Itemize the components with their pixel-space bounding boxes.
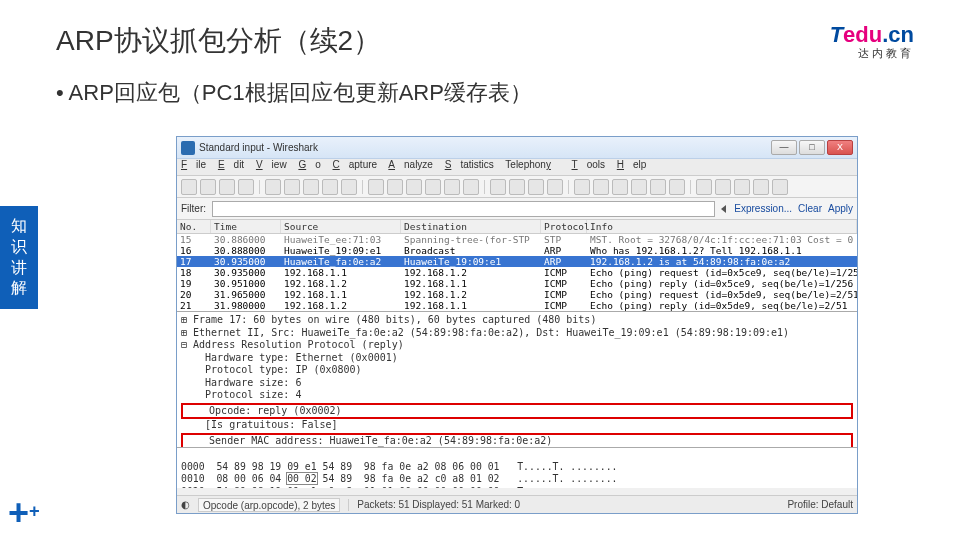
corner-decoration: ++ <box>8 492 40 534</box>
packet-list-header[interactable]: No.TimeSourceDestinationProtocolInfo <box>177 220 857 234</box>
toolbar-button[interactable] <box>463 179 479 195</box>
toolbar-button[interactable] <box>631 179 647 195</box>
toolbar-button[interactable] <box>341 179 357 195</box>
toolbar-button[interactable] <box>284 179 300 195</box>
slide-bullet: ARP回应包（PC1根据回应包更新ARP缓存表） <box>56 78 532 108</box>
toolbar-button[interactable] <box>772 179 788 195</box>
status-profile: Profile: Default <box>787 499 853 510</box>
menu-edit[interactable]: Edit <box>218 159 244 170</box>
detail-proto-type: Protocol type: IP (0x0800) <box>181 364 853 377</box>
toolbar-button[interactable] <box>406 179 422 195</box>
toolbar-button[interactable] <box>322 179 338 195</box>
menu-telephony[interactable]: Telephony <box>505 159 560 170</box>
menubar[interactable]: File Edit View Go Capture Analyze Statis… <box>177 159 857 176</box>
window-title: Standard input - Wireshark <box>199 142 771 153</box>
menu-go[interactable]: Go <box>298 159 320 170</box>
toolbar-button[interactable] <box>528 179 544 195</box>
hex-selected-bytes: 00 02 <box>287 473 317 484</box>
toolbar-button[interactable] <box>238 179 254 195</box>
wireshark-window: Standard input - Wireshark — □ X File Ed… <box>176 136 858 514</box>
toolbar-button[interactable] <box>219 179 235 195</box>
toolbar-button[interactable] <box>593 179 609 195</box>
toolbar-button[interactable] <box>181 179 197 195</box>
statusbar: ◐ Opcode (arp.opcode), 2 bytes Packets: … <box>177 495 857 513</box>
toolbar-button[interactable] <box>650 179 666 195</box>
packet-row[interactable]: 2031.965000192.168.1.1192.168.1.2ICMPEch… <box>177 289 857 300</box>
toolbar-button[interactable] <box>265 179 281 195</box>
packet-bytes-pane[interactable]: 0000 54 89 98 19 09 e1 54 89 98 fa 0e a2… <box>177 448 857 488</box>
toolbar-button[interactable] <box>368 179 384 195</box>
menu-analyze[interactable]: Analyze <box>388 159 433 170</box>
toolbar-button[interactable] <box>509 179 525 195</box>
toolbar-button[interactable] <box>753 179 769 195</box>
toolbar-button[interactable] <box>734 179 750 195</box>
maximize-button[interactable]: □ <box>799 140 825 155</box>
toolbar <box>177 176 857 198</box>
detail-ethernet[interactable]: ⊞ Ethernet II, Src: HuaweiTe_fa:0e:a2 (5… <box>181 327 853 340</box>
detail-arp-header[interactable]: ⊟ Address Resolution Protocol (reply) <box>181 339 853 352</box>
detail-frame[interactable]: ⊞ Frame 17: 60 bytes on wire (480 bits),… <box>181 314 853 327</box>
packet-row[interactable]: 1530.886000HuaweiTe_ee:71:03Spanning-tre… <box>177 234 857 245</box>
filter-input[interactable] <box>212 201 715 217</box>
titlebar[interactable]: Standard input - Wireshark — □ X <box>177 137 857 159</box>
toolbar-button[interactable] <box>444 179 460 195</box>
apply-link[interactable]: Apply <box>828 203 853 214</box>
toolbar-button[interactable] <box>612 179 628 195</box>
packet-row[interactable]: 1930.951000192.168.1.2192.168.1.1ICMPEch… <box>177 278 857 289</box>
toolbar-button[interactable] <box>425 179 441 195</box>
slide-title: ARP协议抓包分析（续2） <box>56 22 381 60</box>
menu-file[interactable]: File <box>181 159 206 170</box>
highlight-addresses-box: Sender MAC address: HuaweiTe_fa:0e:a2 (5… <box>181 433 853 449</box>
packet-row[interactable]: 1830.935000192.168.1.1192.168.1.2ICMPEch… <box>177 267 857 278</box>
toolbar-button[interactable] <box>715 179 731 195</box>
packet-list-pane[interactable]: No.TimeSourceDestinationProtocolInfo 153… <box>177 220 857 312</box>
detail-hwsize: Hardware size: 6 <box>181 377 853 390</box>
toolbar-button[interactable] <box>574 179 590 195</box>
menu-capture[interactable]: Capture <box>333 159 378 170</box>
toolbar-button[interactable] <box>547 179 563 195</box>
packet-details-pane[interactable]: ⊞ Frame 17: 60 bytes on wire (480 bits),… <box>177 312 857 448</box>
filter-bar: Filter: Expression... Clear Apply <box>177 198 857 220</box>
wireshark-icon <box>181 141 195 155</box>
toolbar-button[interactable] <box>200 179 216 195</box>
close-button[interactable]: X <box>827 140 853 155</box>
menu-tools[interactable]: Tools <box>572 159 605 170</box>
clear-link[interactable]: Clear <box>798 203 822 214</box>
status-bulb-icon: ◐ <box>181 499 190 510</box>
detail-gratuitous: [Is gratuitous: False] <box>181 419 853 432</box>
detail-sender-mac: Sender MAC address: HuaweiTe_fa:0e:a2 (5… <box>185 435 849 448</box>
packet-row[interactable]: 1730.935000HuaweiTe_fa:0e:a2HuaweiTe_19:… <box>177 256 857 267</box>
toolbar-button[interactable] <box>669 179 685 195</box>
status-packets: Packets: 51 Displayed: 51 Marked: 0 <box>357 499 520 510</box>
menu-statistics[interactable]: Statistics <box>445 159 494 170</box>
expression-link[interactable]: Expression... <box>734 203 792 214</box>
menu-view[interactable]: View <box>256 159 287 170</box>
detail-opcode[interactable]: Opcode: reply (0x0002) <box>185 405 849 418</box>
packet-row[interactable]: 1630.888000HuaweiTe_19:09:e1BroadcastARP… <box>177 245 857 256</box>
toolbar-button[interactable] <box>387 179 403 195</box>
menu-help[interactable]: Help <box>617 159 647 170</box>
detail-hwtype: Hardware type: Ethernet (0x0001) <box>181 352 853 365</box>
minimize-button[interactable]: — <box>771 140 797 155</box>
detail-protosize: Protocol size: 4 <box>181 389 853 402</box>
toolbar-button[interactable] <box>490 179 506 195</box>
toolbar-button[interactable] <box>303 179 319 195</box>
highlight-opcode-box: Opcode: reply (0x0002) <box>181 403 853 420</box>
side-tab-knowledge: 知识讲解 <box>0 206 38 309</box>
status-field-info: Opcode (arp.opcode), 2 bytes <box>198 498 340 512</box>
toolbar-button[interactable] <box>696 179 712 195</box>
logo: Tedu.cn 达内教育 <box>830 22 914 61</box>
packet-row[interactable]: 2131.980000192.168.1.2192.168.1.1ICMPEch… <box>177 300 857 311</box>
filter-label: Filter: <box>181 203 206 214</box>
dropdown-icon[interactable] <box>721 205 726 213</box>
